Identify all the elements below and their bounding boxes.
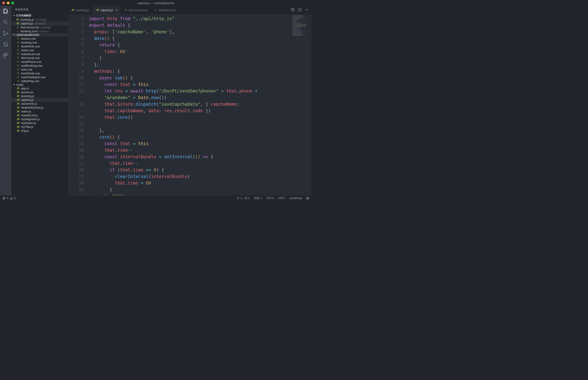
- status-language[interactable]: JavaScript: [289, 197, 302, 200]
- file-tree-item[interactable]: VmasterList.vue: [11, 52, 68, 56]
- file-tree-item[interactable]: JSmySegment.js: [11, 117, 68, 121]
- code-line[interactable]: that.$store.dispatch("saveCapchaData", {…: [89, 101, 312, 108]
- file-tree-item[interactable]: JSindex.js: [11, 110, 68, 113]
- file-name: Not-found.vue: [21, 26, 39, 29]
- warning-icon[interactable]: [10, 197, 13, 200]
- status-indentation[interactable]: 空格: 2: [254, 196, 262, 200]
- code-line[interactable]: that.time = 60: [89, 180, 312, 186]
- code-line[interactable]: }: [89, 186, 312, 193]
- source-control-icon[interactable]: [3, 30, 9, 37]
- open-editor-item[interactable]: JScapcha.jssrc/script: [11, 21, 68, 25]
- file-tree-item[interactable]: JSdocterInfo.js: [11, 102, 68, 106]
- code-line[interactable]: const intervalBundle = setInterval(() =>…: [89, 153, 312, 160]
- code-line[interactable]: that.time--: [89, 147, 312, 153]
- file-tree-item[interactable]: JScapcha.js: [11, 98, 68, 102]
- split-editor-icon[interactable]: [298, 8, 302, 12]
- file-tree-item[interactable]: JSmySelect.js: [11, 121, 68, 125]
- code-line[interactable]: core() {: [89, 134, 312, 140]
- file-tree-item[interactable]: VsickBooking.vue: [11, 64, 68, 68]
- editor-tab[interactable]: JScapcha.js×: [93, 6, 121, 14]
- code-line[interactable]: const that = this: [89, 81, 312, 88]
- svg-point-2: [4, 35, 5, 36]
- minimap[interactable]: [293, 15, 311, 40]
- code-line[interactable]: return {: [89, 42, 312, 48]
- code-content[interactable]: import http from "../api/http.js"export …: [89, 15, 312, 195]
- status-error-count[interactable]: 0: [7, 197, 8, 200]
- file-tree-item[interactable]: JSmasterList.js: [11, 113, 68, 117]
- file-type-icon: V: [16, 64, 20, 67]
- status-cursor-position[interactable]: 行 1，列 1: [237, 196, 250, 200]
- code-line[interactable]: that.core(): [89, 114, 312, 121]
- code-line[interactable]: } 1000): [89, 193, 312, 195]
- status-warning-count[interactable]: 0: [14, 197, 16, 200]
- file-tree-item[interactable]: Vtrain.vue: [11, 68, 68, 71]
- file-tree-item[interactable]: VNot-found.vue: [11, 56, 68, 60]
- status-eol[interactable]: CRLF: [278, 197, 285, 200]
- debug-icon[interactable]: [3, 41, 9, 48]
- file-type-icon: JS: [96, 9, 99, 11]
- file-type-icon: JS: [16, 87, 20, 90]
- file-name: trainDetail.vue: [21, 72, 40, 75]
- editor-tab[interactable]: ஃbooking.scss: [151, 6, 179, 14]
- code-line[interactable]: props: ['capchaName', 'phone'],: [89, 29, 312, 35]
- file-tree-item[interactable]: Vbooking.vue: [11, 40, 68, 44]
- svg-point-12: [307, 9, 307, 10]
- open-editor-item[interactable]: JSbooking.jssrc/script: [11, 18, 68, 21]
- code-line[interactable]: clearInterval(intervalBundle): [89, 173, 312, 180]
- file-path: src/script: [35, 18, 46, 21]
- open-editor-item[interactable]: VNot-found.vuesrc/page: [11, 25, 68, 29]
- editor-tab[interactable]: JSbooking.js: [68, 6, 93, 14]
- open-editors-header[interactable]: 打开的编辑器: [11, 13, 68, 18]
- code-line[interactable]: if (that.time == 0) {: [89, 167, 312, 173]
- file-tree-item[interactable]: VIndex.vue: [11, 48, 68, 52]
- close-icon[interactable]: ×: [116, 8, 117, 12]
- file-type-icon: V: [16, 26, 19, 29]
- file-tree-item[interactable]: VdocterInfo.vue: [11, 44, 68, 48]
- file-type-icon: V: [16, 53, 20, 55]
- status-encoding[interactable]: UTF-8: [266, 197, 274, 200]
- file-tree-item[interactable]: JSassess.js: [11, 90, 68, 94]
- code-line[interactable]: import http from "../api/http.js": [89, 15, 312, 22]
- code-line[interactable]: that.time--: [89, 160, 312, 167]
- code-line[interactable]: [89, 121, 312, 127]
- code-line[interactable]: that.capchaName, data: res.result.code }…: [89, 108, 312, 114]
- file-tree-item[interactable]: VvideoPlay.vue: [11, 79, 68, 83]
- search-icon[interactable]: [3, 19, 9, 26]
- code-line[interactable]: }: [89, 55, 312, 61]
- error-icon[interactable]: [2, 197, 5, 200]
- extensions-icon[interactable]: [3, 53, 9, 59]
- code-line[interactable]: methods: {: [89, 68, 312, 75]
- folder-script[interactable]: script: [11, 83, 68, 86]
- code-line[interactable]: const that = this: [89, 140, 312, 147]
- code-line[interactable]: export default {: [89, 22, 312, 29]
- file-type-icon: JS: [71, 9, 74, 11]
- svg-point-13: [308, 9, 308, 10]
- code-line[interactable]: "&random=" + Date.now()): [89, 94, 312, 101]
- file-tree-item[interactable]: VsavePhone.vue: [11, 60, 68, 64]
- file-tree-item[interactable]: JSapp.js: [11, 86, 68, 90]
- editor-tab[interactable]: VNot-found.vue: [121, 6, 151, 14]
- file-type-icon: ஃ: [154, 9, 157, 11]
- file-tree-item[interactable]: JSbooking.js: [11, 94, 68, 98]
- code-line[interactable]: let res = await http("/DocPt/sendSms?pho…: [89, 88, 312, 94]
- file-tree-item[interactable]: JSheathInfoChart.js: [11, 106, 68, 110]
- code-line[interactable]: async sub() {: [89, 75, 312, 81]
- file-tree-item[interactable]: Vassess.vue: [11, 37, 68, 40]
- explorer-icon[interactable]: [3, 8, 9, 15]
- file-tree-item[interactable]: JSmyTitle.js: [11, 125, 68, 129]
- more-icon[interactable]: [305, 8, 309, 12]
- file-tree-item[interactable]: JSring.js: [11, 129, 68, 133]
- feedback-icon[interactable]: [306, 197, 309, 200]
- code-line[interactable]: time: 60: [89, 48, 312, 55]
- compare-changes-icon[interactable]: [291, 8, 295, 12]
- file-type-icon: V: [16, 60, 20, 63]
- open-editor-item[interactable]: ஃbooking.scsssrc/scss: [11, 29, 68, 33]
- project-header[interactable]: JUNKANGWECHAT: [11, 33, 68, 37]
- file-type-icon: JS: [16, 114, 20, 116]
- code-line[interactable]: },: [89, 127, 312, 134]
- file-tree-item[interactable]: VtrainDetail.vue: [11, 71, 68, 75]
- file-tree-item[interactable]: VtrainFeedback.vue: [11, 75, 68, 79]
- code-line[interactable]: },: [89, 61, 312, 68]
- code-editor[interactable]: 1234567891011121314151617181920212223242…: [68, 14, 312, 195]
- code-line[interactable]: data() {: [89, 35, 312, 42]
